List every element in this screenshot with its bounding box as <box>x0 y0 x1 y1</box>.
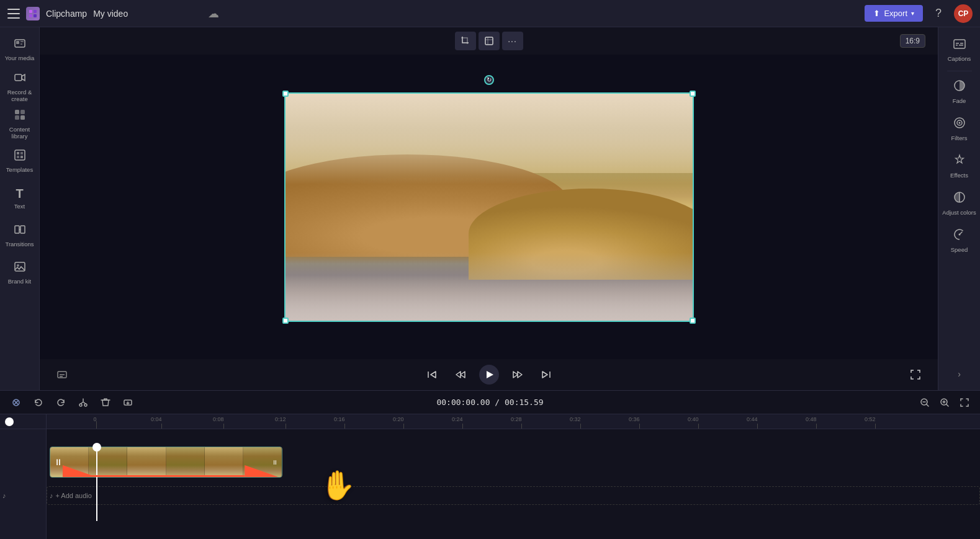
track-gap <box>0 429 46 447</box>
timeline-scroll-area[interactable]: 0 0:04 0:08 0:12 <box>47 414 980 539</box>
record-create-icon <box>14 71 26 87</box>
svg-rect-8 <box>15 74 22 81</box>
filters-icon <box>953 117 966 132</box>
svg-rect-22 <box>485 37 493 45</box>
templates-icon <box>14 149 26 164</box>
delete-button[interactable] <box>97 394 114 411</box>
sidebar-label-adjust-colors: Adjust colors <box>942 209 976 216</box>
video-title-input[interactable] <box>93 9 202 19</box>
captions-icon <box>953 38 966 53</box>
sidebar-label-brand-kit: Brand kit <box>8 278 32 285</box>
sidebar-label-your-media: Your media <box>5 55 35 61</box>
topbar: Clipchamp ☁ ⬆ Export ▾ ? CP <box>0 0 980 27</box>
ruler-mark-052: 0:52 <box>875 424 876 429</box>
your-media-icon <box>14 37 26 53</box>
clip-pause-icon: ⏸ <box>54 457 63 467</box>
sidebar-item-captions[interactable]: Captions <box>941 32 978 68</box>
rewind-button[interactable] <box>451 365 470 385</box>
zoom-in-button[interactable] <box>937 394 953 411</box>
zoom-out-button[interactable] <box>917 394 933 411</box>
track-area: ⏸ ⏸ Aerial view of desert <box>47 447 980 521</box>
svg-point-21 <box>17 264 19 267</box>
resize-handle-tl[interactable] <box>282 91 289 97</box>
fullscreen-button[interactable] <box>906 365 925 385</box>
magnetic-snap-button[interactable] <box>7 394 25 411</box>
right-sidebar-collapse-button[interactable]: › <box>958 369 961 379</box>
export-label: Export <box>884 9 907 18</box>
export-icon: ⬆ <box>873 9 880 18</box>
svg-rect-27 <box>956 43 959 44</box>
clip-thumb-2 <box>89 447 127 477</box>
right-sidebar: Captions Fade Filters <box>938 27 980 390</box>
fast-forward-button[interactable] <box>508 365 528 385</box>
playhead-head[interactable] <box>92 443 101 452</box>
aspect-ratio-badge[interactable]: 16:9 <box>900 34 925 48</box>
resize-handle-bl[interactable] <box>282 318 289 324</box>
skip-forward-button[interactable] <box>536 365 556 385</box>
more-options-button[interactable]: ··· <box>502 32 523 50</box>
sidebar-label-text: Text <box>14 203 25 210</box>
sidebar-item-adjust-colors[interactable]: Adjust colors <box>941 185 978 221</box>
timeline-zoom-controls <box>917 394 973 411</box>
svg-rect-17 <box>20 156 23 158</box>
clip-thumbnail-strip <box>50 447 282 477</box>
video-frame[interactable]: ↻ <box>284 92 694 322</box>
fade-icon <box>953 79 966 95</box>
redo-button[interactable] <box>52 394 70 411</box>
cloud-sync-icon[interactable]: ☁ <box>208 7 219 20</box>
sidebar-item-content-library[interactable]: Content library <box>2 107 37 141</box>
cut-button[interactable] <box>74 394 92 411</box>
sidebar-label-effects: Effects <box>950 172 968 179</box>
svg-rect-26 <box>954 40 965 48</box>
video-clip[interactable]: ⏸ ⏸ Aerial view of desert <box>50 447 282 478</box>
sidebar-item-filters[interactable]: Filters <box>941 111 978 147</box>
timeline-toolbar: 00:00:00.00 / 00:15.59 <box>0 391 980 414</box>
ruler-mark-044: 0:44 <box>757 424 758 429</box>
timeline-ruler: 0 0:04 0:08 0:12 <box>47 414 980 429</box>
undo-button[interactable] <box>30 394 47 411</box>
sidebar-item-effects[interactable]: Effects <box>941 148 978 184</box>
adjust-colors-icon <box>953 191 966 207</box>
audio-track-bg <box>47 486 980 505</box>
subtitle-toggle-button[interactable] <box>52 365 72 385</box>
svg-rect-15 <box>20 152 23 154</box>
clip-end-handle[interactable]: ⏸ <box>272 459 278 466</box>
resize-handle-tr[interactable] <box>690 91 696 97</box>
brand-kit-icon <box>14 261 26 276</box>
speed-icon <box>953 228 966 244</box>
sidebar-item-templates[interactable]: Templates <box>2 144 37 179</box>
svg-rect-2 <box>29 14 32 17</box>
svg-rect-0 <box>29 10 32 13</box>
sidebar-item-text[interactable]: T Text <box>2 181 37 216</box>
avatar[interactable]: CP <box>954 4 973 23</box>
help-button[interactable]: ? <box>929 4 948 23</box>
sidebar-item-fade[interactable]: Fade <box>941 74 978 110</box>
fit-timeline-button[interactable] <box>956 394 973 411</box>
sidebar-label-speed: Speed <box>951 246 968 253</box>
ruler-mark-012: 0:12 <box>285 424 286 429</box>
add-to-timeline-button[interactable] <box>119 394 137 411</box>
crop-button[interactable] <box>455 32 476 50</box>
canvas-container: ↻ <box>40 55 938 359</box>
sidebar-item-your-media[interactable]: Your media <box>2 32 37 67</box>
export-chevron-icon: ▾ <box>911 10 914 17</box>
sidebar-item-speed[interactable]: Speed <box>941 223 978 259</box>
rotate-handle[interactable]: ↻ <box>484 75 494 85</box>
video-preview <box>285 94 693 321</box>
track-labels: ♪ <box>0 414 47 539</box>
playhead[interactable] <box>96 447 97 521</box>
sidebar-item-brand-kit[interactable]: Brand kit <box>2 256 37 290</box>
play-button[interactable] <box>479 365 499 385</box>
clip-thumb-5 <box>205 447 243 477</box>
sidebar-item-record-create[interactable]: Record & create <box>2 69 37 104</box>
resize-handle-br[interactable] <box>690 318 696 324</box>
ruler-label-area <box>0 414 46 429</box>
sidebar-label-templates: Templates <box>6 166 33 173</box>
effects-icon <box>953 154 966 169</box>
sidebar-item-transitions[interactable]: Transitions <box>2 218 37 253</box>
resize-button[interactable] <box>479 32 500 50</box>
export-button[interactable]: ⬆ Export ▾ <box>865 5 923 22</box>
canvas-toolbar-center: ··· <box>455 32 523 50</box>
skip-back-button[interactable] <box>422 365 442 385</box>
hamburger-button[interactable] <box>7 9 20 19</box>
